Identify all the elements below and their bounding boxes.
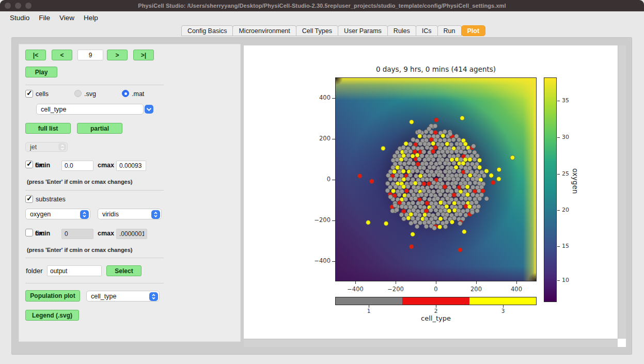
folder-select-button[interactable]: Select [106, 265, 142, 276]
tab-rules[interactable]: Rules [387, 25, 416, 36]
divider [25, 85, 164, 85]
x-tick-mark [355, 281, 356, 284]
minimize-window-icon[interactable] [15, 3, 21, 9]
stepper-icon [80, 210, 89, 219]
colorbar-tick-mark [557, 246, 560, 247]
colorbar-tick-label: 30 [562, 134, 569, 140]
substrates-fix-checkbox[interactable] [25, 229, 33, 236]
folder-label: folder [26, 267, 43, 275]
legend-svg-button[interactable]: Legend (.svg) [25, 310, 79, 321]
y-tick-mark [332, 139, 335, 139]
menu-help[interactable]: Help [79, 14, 103, 22]
first-frame-button[interactable]: |< [25, 50, 46, 60]
y-tick-mark [332, 180, 335, 180]
cells-checkbox-label: cells [36, 90, 49, 98]
cells-colormap-dropdown: jet [25, 142, 68, 152]
tab-config-basics[interactable]: Config Basics [181, 25, 233, 36]
substrate-dropdown[interactable]: oxygen [25, 209, 90, 219]
substrates-enter-note: (press 'Enter' if cmin or cmax changes) [27, 247, 133, 253]
population-dropdown[interactable]: cell_type [86, 291, 160, 302]
cells-fix-checkbox[interactable]: ✓ [25, 161, 33, 168]
x-tick-label: −400 [342, 286, 368, 293]
colorbar-tick-mark [557, 280, 560, 281]
cell-color-dropdown-value: cell_type [41, 106, 66, 113]
colorbar-axis-label: oxygen [571, 168, 579, 194]
y-tick-mark [332, 220, 335, 221]
plot-canvas-panel: 0 days, 9 hrs, 0 mins (414 agents) 400 2… [244, 45, 618, 339]
partial-button[interactable]: partial [77, 123, 122, 134]
vertical-scrollbar[interactable] [618, 45, 626, 339]
divider [25, 283, 164, 283]
cell-type-segment-2 [402, 297, 469, 305]
tab-cell-types[interactable]: Cell Types [296, 25, 338, 36]
colorbar-tick-mark [557, 137, 560, 138]
colorbar-tick-label: 25 [562, 170, 569, 177]
cell-color-dropdown[interactable]: cell_type [36, 104, 144, 115]
divider [25, 258, 164, 258]
population-plot-button[interactable]: Population plot [25, 290, 80, 302]
colorbar-tick-mark [557, 101, 560, 101]
y-tick-label: 400 [310, 94, 331, 101]
tab-microenvironment[interactable]: Microenvironment [232, 25, 296, 36]
colorbar-tick-mark [557, 174, 560, 175]
substrate-colormap-dropdown[interactable]: viridis [98, 209, 162, 219]
prev-frame-button[interactable]: < [52, 50, 72, 60]
radio-dot-icon [124, 92, 127, 95]
x-tick-label: 400 [504, 286, 529, 293]
mat-radio[interactable] [122, 90, 129, 97]
maximize-window-icon[interactable] [25, 3, 32, 9]
tab-ics[interactable]: ICs [416, 25, 438, 36]
svg-radio-label: .svg [84, 90, 96, 98]
y-tick-label: −400 [310, 257, 331, 264]
cell-type-axis-label: cell_type [335, 314, 537, 322]
cells-checkbox[interactable]: ✓ [25, 90, 33, 98]
play-button[interactable]: Play [25, 67, 57, 77]
substrates-cmax-label: cmax [98, 230, 114, 237]
cells-enter-note: (press 'Enter' if cmin or cmax changes) [27, 179, 133, 185]
x-tick-mark [436, 281, 436, 284]
cells-layer [335, 77, 537, 281]
close-window-icon[interactable] [5, 3, 11, 9]
cells-cmin-input[interactable] [61, 161, 93, 171]
cells-cmax-input[interactable] [116, 161, 146, 171]
substrates-checkbox[interactable]: ✓ [25, 195, 33, 203]
tab-user-params[interactable]: User Params [338, 25, 388, 36]
substrates-checkbox-label: substrates [36, 196, 66, 203]
horizontal-scrollbar[interactable] [244, 339, 618, 347]
x-tick-mark [476, 281, 477, 284]
stepper-icon [149, 292, 158, 301]
svg-radio[interactable] [74, 90, 82, 97]
x-tick-mark [396, 281, 396, 284]
frame-number-input[interactable] [77, 50, 103, 60]
menu-view[interactable]: View [55, 14, 79, 22]
full-list-button[interactable]: full list [25, 123, 71, 134]
substrates-cmax-input [116, 229, 147, 239]
substrate-dropdown-value: oxygen [30, 211, 51, 218]
y-tick-label: −200 [310, 216, 331, 224]
cells-colormap-value: jet [30, 144, 37, 151]
population-dropdown-value: cell_type [91, 293, 116, 300]
traffic-lights[interactable] [5, 3, 32, 9]
cell-type-tick-label: 1 [361, 308, 376, 314]
plot-control-panel: |< < > >| Play ✓ cells .svg .mat cell_ty… [19, 44, 241, 342]
stepper-icon [151, 210, 160, 219]
menu-file[interactable]: File [34, 14, 55, 22]
checkmark-icon: ✓ [26, 194, 33, 202]
colorbar-tick-mark [557, 210, 560, 211]
tab-run[interactable]: Run [437, 25, 462, 36]
menu-bar: Studio File View Help [0, 11, 644, 24]
folder-input[interactable] [47, 265, 102, 276]
menu-studio[interactable]: Studio [5, 14, 34, 22]
last-frame-button[interactable]: >| [133, 50, 154, 60]
tab-plot[interactable]: Plot [461, 25, 486, 36]
oxygen-colorbar [544, 77, 557, 302]
cell-type-segment-1 [336, 297, 402, 305]
substrates-cmin-input [61, 229, 93, 239]
y-tick-label: 200 [310, 135, 331, 142]
chevron-down-icon[interactable] [145, 105, 153, 114]
x-tick-label: −200 [383, 286, 409, 293]
cells-cmax-label: cmax [98, 162, 114, 169]
cell-type-tick-label: 3 [495, 308, 511, 314]
next-frame-button[interactable]: > [107, 50, 128, 60]
x-tick-mark [516, 281, 517, 284]
